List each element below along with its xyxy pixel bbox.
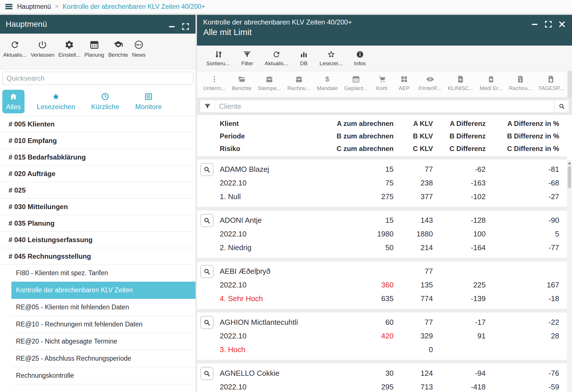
periode-row[interactable]: 2022.10295713-418-59 xyxy=(197,380,567,392)
cell: 225 xyxy=(433,281,486,289)
action-berichte[interactable]: Berichte xyxy=(229,75,255,97)
header-cell-c-klv[interactable]: C KLV xyxy=(394,145,433,153)
header-cell-a-klv[interactable]: A KLV xyxy=(394,120,433,128)
scrollbar-thumb[interactable] xyxy=(568,166,571,188)
risiko-row[interactable]: 1. Null275377-102-27 xyxy=(197,190,567,203)
risiko-row[interactable]: 3. Hoch0 xyxy=(197,343,567,356)
row-search-button[interactable] xyxy=(200,316,213,329)
maximize-icon[interactable] xyxy=(181,22,190,31)
menu-item-015-bedarfsabkl-rung[interactable]: # 015 Bedarfsabklärung xyxy=(0,149,196,166)
tab-alles[interactable]: Alles xyxy=(2,90,25,113)
header-cell-c-differenz-in[interactable]: C Differenz in % xyxy=(486,145,559,153)
cell: -164 xyxy=(433,243,486,252)
menu-item-025[interactable]: # 025 xyxy=(0,182,196,199)
action-infos[interactable]: Infos xyxy=(350,49,370,71)
minimize-icon[interactable] xyxy=(530,20,539,28)
menu-item-030-mitteilungen[interactable]: # 030 Mitteilungen xyxy=(0,199,196,215)
toolbar-button-berichte[interactable]: Berichte xyxy=(106,38,130,69)
periode-row[interactable]: 2022.1075238-163-68 xyxy=(197,176,567,190)
main-menu-panel-header: Hauptmenü xyxy=(0,15,196,34)
action-tagesp[interactable]: TAGESP... xyxy=(536,75,567,97)
action-db[interactable]: DB xyxy=(295,49,312,71)
client-search-input[interactable] xyxy=(215,100,554,113)
toolbar-button-verlassen[interactable]: Verlassen xyxy=(29,38,56,69)
toolbar-button-aktualis[interactable]: Aktualis... xyxy=(1,38,29,69)
header-cell-a-zum-abrechnen[interactable]: A zum abrechnen xyxy=(317,120,394,128)
vertical-scrollbar[interactable] xyxy=(567,160,572,392)
toolbar-button-planung[interactable]: Planung xyxy=(82,38,106,69)
periode-row[interactable]: 2022.104203299128 xyxy=(197,329,567,343)
menu-item-035-planung[interactable]: # 035 Planung xyxy=(0,215,196,232)
client-name-row[interactable]: ADONI Antje15143-128-90 xyxy=(197,213,567,227)
action-geplant[interactable]: Geplant... xyxy=(341,75,370,97)
submenu-item-rechnungskontrolle[interactable]: Rechnungskontrolle xyxy=(11,367,196,384)
minimize-icon[interactable] xyxy=(168,22,176,31)
tab-lesezeichen[interactable]: Lesezeichen xyxy=(33,90,79,113)
header-cell-c-differenz[interactable]: C Differenz xyxy=(433,145,486,153)
client-name-row[interactable]: AEBI Æðelþryð77 xyxy=(197,264,567,278)
action-interr[interactable]: ©InterR... xyxy=(416,75,445,97)
action-rechnu[interactable]: Rechnu... xyxy=(284,75,313,97)
action-medi-er[interactable]: Medi Er... xyxy=(477,75,505,97)
header-cell-c-zum-abrechnen[interactable]: C zum abrechnen xyxy=(317,145,394,153)
breadcrumb-current[interactable]: Kontrolle der abrechenbaren KLV Zeiten 4… xyxy=(63,3,205,11)
header-cell-b-klv[interactable]: B KLV xyxy=(394,132,433,140)
action-unterm[interactable]: Unterm... xyxy=(200,75,228,97)
submenu-item-re-25-abschluss-rechnungsperiode[interactable]: RE@25 - Abschluss Rechnungsperiode xyxy=(11,350,196,367)
tab-k-rzliche[interactable]: Kürzliche xyxy=(87,90,123,113)
tab-monitore[interactable]: Monitore xyxy=(132,90,166,113)
header-cell-risiko[interactable]: Risiko xyxy=(197,145,317,153)
action-aep[interactable]: AEP xyxy=(393,75,415,97)
action-rechnu[interactable]: $Rechnu... xyxy=(506,75,535,97)
action-aktualis[interactable]: Aktualis... xyxy=(260,49,292,71)
header-cell-b-differenz[interactable]: B Differenz xyxy=(433,132,486,140)
submenu-item-re-20-nicht-abgesagte-termine[interactable]: RE@20 - Nicht abgesagte Termine xyxy=(11,333,196,350)
client-name-row[interactable]: AGHION Mictlantecuhtli6077-17-22 xyxy=(197,315,567,329)
submenu-item-re-05-klienten-mit-fehlenden-daten[interactable]: RE@05 - Klienten mit fehlenden Daten xyxy=(11,299,196,316)
row-search-button[interactable] xyxy=(200,367,213,380)
breadcrumb-home[interactable]: Hauptmenü xyxy=(17,3,51,11)
menu-item-005-klienten[interactable]: # 005 Klienten xyxy=(0,116,196,132)
hamburger-menu-icon[interactable] xyxy=(5,2,13,11)
action-filter[interactable]: Filter xyxy=(237,49,257,71)
menu-item-045-rechnungsstellung[interactable]: # 045 Rechnungsstellung xyxy=(0,248,196,265)
header-cell-b-differenz-in[interactable]: B Differenz in % xyxy=(486,132,559,140)
submenu-item-fi80-klienten-mit-spez-tarifen[interactable]: FI80 - Klienten mit spez. Tarifen xyxy=(11,265,196,282)
action-sortieru[interactable]: Sortieru... xyxy=(202,49,234,71)
header-cell-a-differenz-in[interactable]: A Differenz in % xyxy=(486,120,559,128)
filter-funnel-button[interactable] xyxy=(200,100,215,113)
menu-item-020-auftr-ge[interactable]: # 020 Aufträge xyxy=(0,166,196,182)
header-cell-b-zum-abrechnen[interactable]: B zum abrechnen xyxy=(317,132,394,140)
header-cell-klient[interactable]: Klient xyxy=(197,120,317,128)
action-mandate[interactable]: $Mandate xyxy=(314,75,341,97)
periode-row[interactable]: 2022.10360135225167 xyxy=(197,278,567,292)
menu-item-010-empfang[interactable]: # 010 Empfang xyxy=(0,132,196,149)
toolbar-button-news[interactable]: MLSNews xyxy=(130,38,148,69)
header-cell-a-differenz[interactable]: A Differenz xyxy=(433,120,486,128)
header-cell-periode[interactable]: Periode xyxy=(197,132,317,140)
risiko-row[interactable]: 4. Sehr Hoch635774-139-18 xyxy=(197,292,567,305)
action-klinisc[interactable]: KLINISC... xyxy=(445,75,476,97)
row-search-button[interactable] xyxy=(200,265,213,278)
risiko-row[interactable]: 2. Niedrig50214-164-77 xyxy=(197,241,567,254)
row-search-button[interactable] xyxy=(200,214,213,227)
client-name-row[interactable]: AGNELLO Cokkie30124-94-76 xyxy=(197,366,567,380)
row-search-button[interactable] xyxy=(200,163,213,176)
maximize-icon[interactable] xyxy=(544,20,553,28)
action-korb[interactable]: Korb xyxy=(371,75,393,97)
cell: -22 xyxy=(486,318,559,327)
scroll-up-icon[interactable] xyxy=(568,162,571,164)
search-button[interactable] xyxy=(554,100,569,113)
action-stempe[interactable]: Stempe... xyxy=(255,75,284,97)
quicksearch-input[interactable] xyxy=(2,72,193,85)
close-icon[interactable] xyxy=(558,20,566,28)
periode-row[interactable]: 2022.10198018801005 xyxy=(197,227,567,241)
button-label: News xyxy=(132,52,146,58)
toolbar-scrollbar[interactable] xyxy=(567,71,572,97)
menu-item-040-leistungserfassung[interactable]: # 040 Leistungserfassung xyxy=(0,232,196,248)
submenu-item-re-10-rechnungen-mit-fehlenden-daten[interactable]: RE@10 - Rechnungen mit fehlenden Daten xyxy=(11,316,196,333)
toolbar-button-einstell[interactable]: Einstell... xyxy=(56,38,82,69)
submenu-item-kontrolle-der-abrechenbaren-klv-zeiten[interactable]: Kontrolle der abrechenbaren KLV Zeiten xyxy=(11,282,196,299)
client-name-row[interactable]: ADAMO Blazej1577-62-81 xyxy=(197,162,567,176)
action-lesezei[interactable]: Lesezei... xyxy=(315,49,347,71)
